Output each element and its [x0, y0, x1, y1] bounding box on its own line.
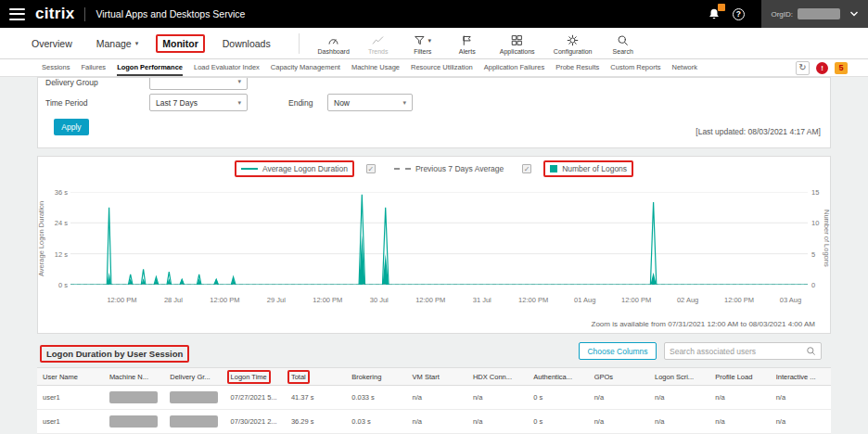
column-header-label: Logon Time: [231, 373, 267, 381]
column-header-logon-scri[interactable]: Logon Scri...: [649, 373, 709, 381]
applications-icon: [511, 34, 523, 46]
search-icon: [617, 34, 629, 46]
subnav-tab-failures[interactable]: Failures: [81, 59, 106, 76]
legend-label: Average Logon Duration: [262, 164, 348, 173]
help-button[interactable]: ?: [726, 2, 750, 26]
subnav-tab-network[interactable]: Network: [671, 59, 697, 76]
redacted-value: [170, 391, 218, 403]
tool-applications[interactable]: Applications: [491, 32, 544, 55]
subnav-tab-sessions[interactable]: Sessions: [42, 59, 70, 76]
nav-item-manage[interactable]: Manage▾: [96, 38, 138, 49]
subnav-tab-custom-reports[interactable]: Custom Reports: [610, 59, 660, 76]
previous-average-checkbox[interactable]: ✓: [366, 164, 376, 173]
column-header-label: Interactive ...: [776, 373, 816, 381]
legend-label: Previous 7 Days Average: [415, 164, 504, 173]
column-header-hdx-conn[interactable]: HDX Conn...: [467, 373, 528, 381]
warning-alerts-badge[interactable]: 5: [835, 62, 848, 74]
table-cell: n/a: [589, 417, 649, 426]
table-cell: n/a: [771, 393, 831, 402]
nav-item-monitor[interactable]: Monitor: [162, 38, 198, 49]
x-axis-tick-label: 12:00 PM: [107, 296, 136, 304]
search-input[interactable]: [670, 347, 806, 356]
table-cell: user1: [37, 417, 104, 426]
tool-label: Filters: [414, 48, 431, 55]
column-header-brokering[interactable]: Brokering: [346, 373, 406, 381]
x-axis-tick-label: 12:00 PM: [415, 296, 445, 304]
table-cell: n/a: [467, 393, 528, 402]
citrix-logo[interactable]: citrix: [35, 5, 74, 23]
table-cell: [104, 391, 164, 403]
legend-previous-7-days-average[interactable]: Previous 7 Days Average: [394, 164, 504, 173]
x-axis-tick-label: 12:00 PM: [621, 296, 651, 304]
dashboard-icon: [327, 34, 339, 46]
legend-average-logon-duration[interactable]: Average Logon Duration: [241, 164, 348, 173]
column-header-interactive[interactable]: Interactive ...: [771, 373, 831, 381]
subnav-right-section: ↻ ! 5: [796, 61, 848, 75]
redacted-value: [109, 415, 158, 428]
tool-label: Applications: [500, 48, 535, 55]
table-cell: [104, 415, 164, 428]
column-header-user-name[interactable]: User Name: [37, 373, 104, 381]
table-cell: 0 s: [528, 417, 588, 426]
ending-select[interactable]: Now▾: [327, 94, 413, 111]
tool-filters[interactable]: ▾ Filters: [402, 32, 444, 55]
nav-label: Overview: [32, 38, 72, 49]
choose-columns-button[interactable]: Choose Columns: [579, 342, 657, 360]
citrix-monitor-page: citrix Virtual Apps and Desktops Service…: [0, 0, 868, 434]
refresh-button[interactable]: ↻: [796, 61, 810, 75]
table-cell: 41.37 s: [286, 393, 346, 402]
column-header-vm-start[interactable]: VM Start: [407, 373, 467, 381]
tool-label: Trends: [368, 48, 389, 55]
notifications-button[interactable]: [702, 2, 726, 26]
table-cell: 0 s: [528, 393, 588, 402]
apply-button[interactable]: Apply: [54, 119, 89, 135]
subnav-tab-probe-results[interactable]: Probe Results: [555, 59, 599, 76]
nav-label: Downloads: [223, 38, 271, 49]
y-axis-tick-label: 36 s: [55, 188, 68, 197]
nav-item-downloads[interactable]: Downloads: [223, 38, 271, 49]
search-icon[interactable]: [806, 346, 816, 356]
subnav-tab-capacity-management[interactable]: Capacity Management: [271, 59, 340, 76]
column-header-delivery-gr[interactable]: Delivery Gr...: [164, 373, 224, 381]
last-updated-text: [Last updated: 08/03/2021 4:17 AM]: [696, 127, 821, 136]
hamburger-menu-icon[interactable]: [9, 8, 25, 20]
number-of-logons-checkbox[interactable]: ✓: [522, 164, 531, 173]
legend-number-of-logons[interactable]: Number of Logons: [550, 164, 627, 173]
table-row[interactable]: user107/30/2021 2...36.29 s0.03 sn/an/a0…: [37, 410, 831, 434]
y-axis-tick-label: 5: [811, 249, 815, 258]
table-cell: 0.03 s: [346, 417, 406, 426]
tool-search[interactable]: Search: [602, 32, 645, 55]
critical-alerts-badge[interactable]: !: [816, 62, 828, 74]
tool-configuration[interactable]: Configuration: [546, 32, 600, 55]
tool-dashboard[interactable]: Dashboard: [313, 32, 355, 55]
column-header-total[interactable]: Total: [286, 373, 346, 381]
column-header-logon-time[interactable]: Logon Time: [225, 373, 286, 381]
table-row[interactable]: user107/27/2021 5...41.37 s0.033 sn/an/a…: [37, 386, 831, 410]
column-header-gpos[interactable]: GPOs: [589, 373, 649, 381]
y-axis-tick-label: 24 s: [55, 219, 68, 227]
time-period-select[interactable]: Last 7 Days▾: [149, 94, 248, 111]
tool-alerts[interactable]: Alerts: [446, 32, 489, 55]
x-axis-tick-label: 02 Aug: [677, 296, 698, 304]
table-cell: n/a: [771, 417, 831, 426]
table-controls: Logon Duration by User Session Choose Co…: [37, 339, 831, 365]
nav-item-overview[interactable]: Overview: [32, 38, 72, 49]
x-axis-tick-label: 30 Jul: [370, 296, 389, 304]
table-cell: [164, 415, 224, 428]
subnav-tab-resource-utilization[interactable]: Resource Utilization: [411, 59, 473, 76]
delivery-group-select[interactable]: ▾: [149, 77, 248, 90]
column-header-machine-n[interactable]: Machine N...: [104, 373, 164, 381]
column-header-label: GPOs: [594, 373, 613, 381]
subnav-tab-application-failures[interactable]: Application Failures: [484, 59, 544, 76]
column-header-authentica[interactable]: Authentica...: [528, 373, 588, 381]
org-menu[interactable]: OrgID:: [761, 0, 868, 28]
subnav-tab-logon-performance[interactable]: Logon Performance: [117, 59, 183, 76]
subnav-tab-load-evaluator-index[interactable]: Load Evaluator Index: [194, 59, 260, 76]
table-cell: n/a: [467, 417, 528, 426]
topbar-divider: [84, 7, 85, 21]
subnav-tab-machine-usage[interactable]: Machine Usage: [351, 59, 400, 76]
tool-trends[interactable]: Trends: [357, 32, 400, 55]
column-header-label: Profile Load: [715, 373, 752, 381]
logon-duration-chart[interactable]: [70, 192, 808, 285]
column-header-profile-load[interactable]: Profile Load: [709, 373, 770, 381]
